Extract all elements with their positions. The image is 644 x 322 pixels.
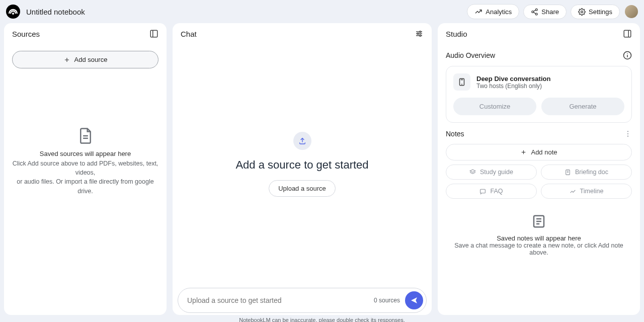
svg-point-18 — [417, 33, 419, 35]
svg-point-30 — [627, 133, 628, 134]
sources-empty-line2: or audio files. Or import a file directl… — [11, 177, 159, 195]
sources-empty-title: Saved sources will appear here — [40, 149, 131, 159]
add-note-button[interactable]: Add note — [446, 144, 632, 160]
deep-dive-card: Deep Dive conversation Two hosts (Englis… — [446, 66, 632, 123]
chat-input[interactable] — [187, 296, 369, 304]
faq-label: FAQ — [490, 188, 503, 195]
sources-empty-line1: Click Add source above to add PDFs, webs… — [11, 159, 159, 177]
add-note-label: Add note — [531, 148, 557, 156]
briefing-doc-icon — [565, 169, 571, 176]
svg-point-29 — [627, 131, 628, 132]
chat-heading: Chat — [181, 30, 197, 38]
note-icon — [531, 214, 546, 229]
settings-label: Settings — [589, 8, 612, 16]
analytics-label: Analytics — [486, 8, 512, 16]
deep-dive-title: Deep Dive conversation — [476, 75, 550, 83]
share-icon — [531, 8, 538, 16]
send-icon — [410, 296, 418, 304]
chat-input-container: 0 sources — [178, 288, 427, 313]
studio-heading: Studio — [446, 30, 467, 38]
study-guide-icon — [469, 169, 476, 176]
notebook-title[interactable]: Untitled notebook — [26, 8, 85, 16]
timeline-icon — [570, 188, 576, 195]
sources-panel: Sources Add source Saved sources will ap… — [4, 23, 167, 315]
upload-source-button[interactable]: Upload a source — [269, 180, 336, 197]
timeline-button[interactable]: Timeline — [541, 184, 632, 199]
plus-icon — [520, 149, 527, 155]
settings-button[interactable]: Settings — [571, 5, 620, 19]
share-label: Share — [541, 8, 559, 16]
notes-empty-title: Saved notes will appear here — [448, 234, 630, 242]
app-logo — [6, 5, 20, 19]
chat-cta-title: Add a source to get started — [235, 157, 368, 173]
timeline-label: Timeline — [580, 188, 604, 195]
svg-rect-21 — [624, 30, 631, 37]
svg-point-7 — [581, 11, 583, 13]
document-icon — [78, 127, 93, 144]
analytics-button[interactable]: Analytics — [467, 4, 519, 19]
chat-panel: Chat Add a source to get started Upload … — [173, 23, 432, 315]
faq-button[interactable]: FAQ — [446, 184, 537, 199]
svg-point-31 — [627, 136, 628, 137]
briefing-doc-label: Briefing doc — [575, 169, 608, 176]
svg-point-1 — [12, 13, 14, 15]
info-icon[interactable] — [623, 51, 632, 60]
studio-panel: Studio Audio Overview Deep Dive conversa… — [438, 23, 640, 315]
avatar[interactable] — [625, 5, 638, 18]
svg-rect-37 — [480, 189, 486, 193]
svg-point-25 — [627, 53, 628, 54]
analytics-icon — [474, 8, 482, 16]
faq-icon — [479, 188, 486, 195]
source-count: 0 sources — [374, 297, 400, 304]
footer-disclaimer: NotebookLM can be inaccurate, please dou… — [0, 315, 644, 322]
share-button[interactable]: Share — [523, 5, 567, 19]
customize-button[interactable]: Customize — [453, 98, 536, 115]
svg-point-17 — [420, 31, 421, 33]
send-button[interactable] — [405, 291, 423, 309]
study-guide-label: Study guide — [480, 169, 513, 176]
gear-icon — [578, 8, 586, 16]
svg-line-6 — [534, 12, 536, 14]
notes-title: Notes — [446, 130, 464, 138]
svg-point-4 — [536, 13, 538, 15]
conversation-icon — [453, 73, 470, 91]
audio-overview-title: Audio Overview — [446, 51, 495, 59]
upload-icon — [293, 132, 311, 150]
chat-settings-icon[interactable] — [415, 29, 424, 38]
svg-line-5 — [534, 10, 536, 12]
generate-button[interactable]: Generate — [541, 98, 624, 115]
briefing-doc-button[interactable]: Briefing doc — [541, 165, 632, 180]
collapse-studio-icon[interactable] — [623, 29, 632, 38]
svg-point-27 — [461, 84, 462, 85]
notes-more-icon[interactable] — [624, 130, 632, 138]
study-guide-button[interactable]: Study guide — [446, 165, 537, 180]
svg-point-3 — [532, 11, 534, 13]
notes-empty-sub: Save a chat message to create a new note… — [448, 242, 630, 256]
svg-point-2 — [536, 9, 538, 11]
deep-dive-sub: Two hosts (English only) — [476, 83, 550, 90]
svg-point-19 — [420, 35, 421, 36]
